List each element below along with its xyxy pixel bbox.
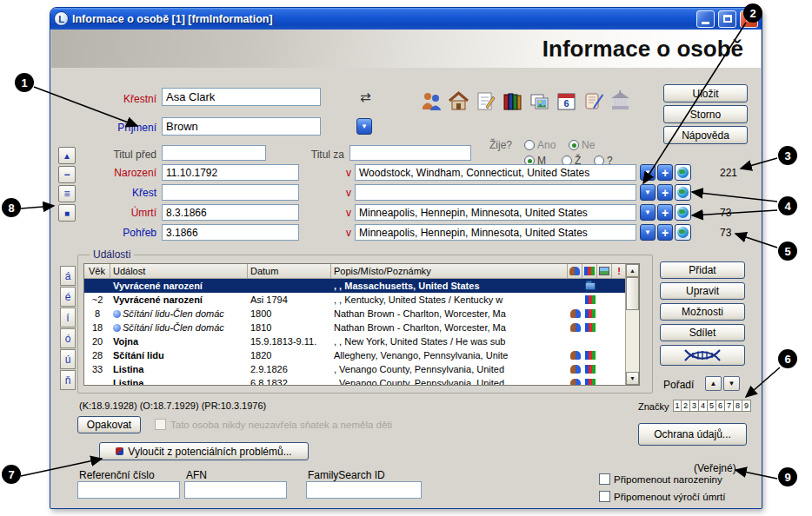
- scrollbar-thumb[interactable]: [626, 277, 639, 310]
- znacka-cell[interactable]: 3: [690, 400, 699, 412]
- cancel-button[interactable]: Storno: [663, 105, 748, 123]
- event-row[interactable]: Listina 6.8.1832 , Venango County, Penns…: [84, 376, 639, 386]
- options-button[interactable]: Možnosti: [660, 303, 745, 321]
- reference-number-input[interactable]: [77, 481, 180, 499]
- znacka-cell[interactable]: 6: [716, 400, 725, 412]
- birth-map-button[interactable]: [675, 164, 691, 181]
- minimize-button[interactable]: [696, 10, 715, 28]
- char-button[interactable]: ó: [60, 328, 76, 348]
- maximize-button[interactable]: [718, 10, 736, 28]
- burial-place-input[interactable]: [355, 224, 636, 241]
- column-header-age[interactable]: Věk: [84, 264, 110, 279]
- order-up-button[interactable]: ▲: [705, 376, 722, 391]
- event-row[interactable]: 20 Vojna 15.9.1813-9.11. , , New York, U…: [84, 334, 639, 348]
- add-event-button[interactable]: Přidat: [660, 261, 745, 279]
- privacy-button[interactable]: Ochrana údajů...: [638, 423, 747, 446]
- death-date-input[interactable]: [162, 204, 299, 221]
- given-name-input[interactable]: [162, 88, 321, 106]
- column-header-date[interactable]: Datum: [248, 264, 331, 279]
- column-header-sources-icon[interactable]: [568, 264, 582, 279]
- event-row[interactable]: 28 Sčítání lidu 1820 Allegheny, Venango,…: [84, 348, 639, 362]
- znacka-cell[interactable]: 7: [725, 400, 734, 412]
- nav-up-button[interactable]: ▲: [58, 147, 76, 164]
- scroll-icon[interactable]: [582, 89, 605, 113]
- event-row[interactable]: Vyvrácené narození , , Massachusetts, Un…: [84, 279, 639, 293]
- column-header-media-icon[interactable]: [582, 264, 597, 279]
- char-button[interactable]: ň: [60, 370, 76, 390]
- title-prefix-input[interactable]: [162, 145, 266, 161]
- znacka-cell[interactable]: 5: [708, 400, 716, 412]
- birth-date-input[interactable]: [162, 164, 299, 181]
- scrollbar-up-button[interactable]: ▲: [626, 264, 639, 277]
- christening-place-input[interactable]: [355, 184, 636, 201]
- books-icon[interactable]: [501, 89, 524, 113]
- family-icon[interactable]: [420, 89, 443, 113]
- never-married-checkbox[interactable]: [155, 419, 166, 430]
- birth-add-button[interactable]: +: [657, 164, 673, 181]
- christening-map-button[interactable]: [675, 184, 691, 201]
- share-button[interactable]: Sdílet: [660, 324, 745, 341]
- app-logo-icon: L: [54, 11, 69, 26]
- death-options-button[interactable]: ▼: [640, 204, 656, 221]
- temple-icon[interactable]: [609, 89, 632, 113]
- photos-icon[interactable]: [528, 89, 551, 113]
- exclude-problems-button[interactable]: Vyloučit z potenciálních problémů...: [99, 442, 309, 460]
- znacka-cell[interactable]: 9: [742, 400, 751, 412]
- scrollbar-down-button[interactable]: ▼: [626, 372, 639, 385]
- remind-death-anniversary-checkbox[interactable]: [599, 491, 610, 502]
- znacka-cell[interactable]: 4: [699, 400, 708, 412]
- column-header-photo-icon[interactable]: [597, 264, 612, 279]
- event-row[interactable]: 8 Sčítání lidu-Člen domác 1800 Nathan Br…: [84, 307, 639, 321]
- living-yes-radio[interactable]: [524, 140, 535, 150]
- calendar-icon[interactable]: 6: [555, 89, 578, 113]
- burial-add-button[interactable]: +: [657, 224, 673, 241]
- christening-options-button[interactable]: ▼: [640, 184, 656, 201]
- char-button[interactable]: á: [60, 266, 76, 286]
- home-icon[interactable]: [447, 89, 470, 113]
- afn-input[interactable]: [184, 481, 287, 499]
- char-button[interactable]: í: [60, 308, 76, 327]
- column-header-description[interactable]: Popis/Místo/Poznámky: [331, 264, 568, 279]
- surname-dropdown-button[interactable]: ▼: [356, 118, 372, 135]
- help-button[interactable]: Nápověda: [663, 126, 748, 144]
- swap-names-icon[interactable]: ⇄: [360, 89, 371, 105]
- remind-birthday-checkbox[interactable]: [599, 473, 610, 485]
- globe-icon: [677, 207, 689, 218]
- dna-button[interactable]: [660, 345, 745, 366]
- order-down-button[interactable]: ▼: [723, 376, 740, 391]
- christening-add-button[interactable]: +: [657, 184, 673, 201]
- event-name: Vyvrácené narození: [113, 281, 203, 291]
- living-label: Žije?: [489, 139, 512, 151]
- repeat-button[interactable]: Opakovat: [77, 416, 141, 433]
- edit-event-button[interactable]: Upravit: [660, 282, 745, 300]
- burial-date-input[interactable]: [162, 224, 299, 241]
- char-button[interactable]: é: [60, 287, 76, 307]
- events-scrollbar[interactable]: ▲ ▼: [625, 264, 639, 385]
- living-yes-label: Ano: [537, 139, 556, 151]
- burial-map-button[interactable]: [675, 224, 691, 241]
- event-row[interactable]: ~2 Vyvrácené narození Asi 1794 , , Kentu…: [84, 293, 639, 307]
- death-add-button[interactable]: +: [657, 204, 673, 221]
- death-map-button[interactable]: [675, 204, 691, 221]
- znacka-cell[interactable]: 8: [734, 400, 742, 412]
- christening-date-input[interactable]: [162, 184, 299, 201]
- char-button[interactable]: ú: [60, 349, 76, 369]
- birth-place-input[interactable]: [355, 164, 636, 181]
- living-no-radio[interactable]: [569, 140, 579, 150]
- death-place-input[interactable]: [355, 204, 636, 221]
- exclude-problems-label: Vyloučit z potenciálních problémů...: [128, 446, 291, 458]
- birth-options-button[interactable]: ▼: [640, 164, 656, 181]
- event-description: , , Massachusetts, United States: [331, 279, 568, 293]
- znacka-cell[interactable]: 1: [673, 400, 682, 412]
- burial-options-button[interactable]: ▼: [640, 224, 656, 241]
- event-row[interactable]: 18 Sčítání lidu-Člen domác 1810 Nathan B…: [84, 321, 639, 334]
- notes-icon[interactable]: [474, 89, 497, 113]
- znacka-cell[interactable]: 2: [682, 400, 690, 412]
- title-bar[interactable]: L Informace o osobě [1] [frmInformation]…: [50, 8, 762, 30]
- event-row[interactable]: 33 Listina 2.9.1826 , Venango County, Pe…: [84, 362, 639, 376]
- save-button[interactable]: Uložit: [663, 84, 748, 103]
- column-header-event[interactable]: Událost: [110, 264, 248, 279]
- title-suffix-input[interactable]: [349, 145, 471, 161]
- familysearch-id-input[interactable]: [306, 481, 422, 499]
- surname-input[interactable]: [162, 117, 321, 136]
